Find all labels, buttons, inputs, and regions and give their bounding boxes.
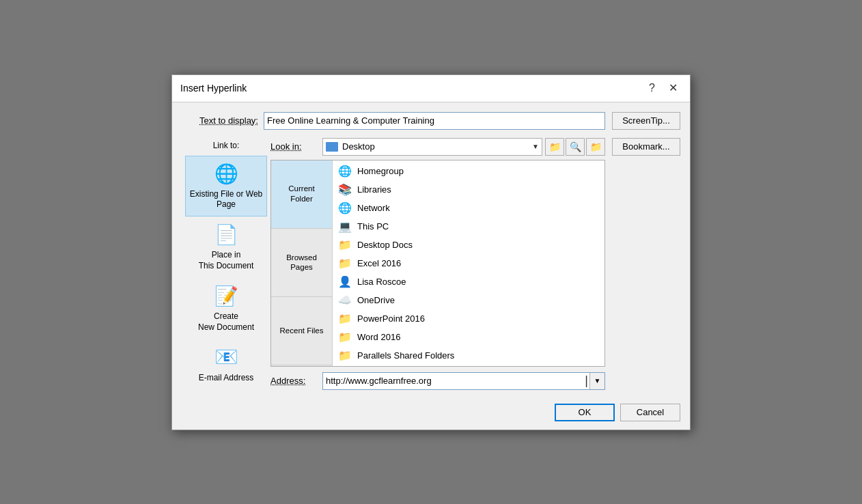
sidebar-item-new-label: Create New Document <box>189 311 264 333</box>
look-in-label: Look in: <box>270 141 318 152</box>
address-input[interactable] <box>323 374 583 387</box>
close-button[interactable]: ✕ <box>665 81 682 95</box>
bottom-buttons: OK Cancel <box>182 397 680 421</box>
file-icon: 📁 <box>338 349 352 362</box>
sidebar-item-new[interactable]: 📝 Create New Document <box>185 278 267 339</box>
desktop-icon <box>326 142 338 152</box>
file-list-item[interactable]: 📁PowerPoint 2016 <box>333 309 604 328</box>
link-to-label: Link to: <box>213 141 240 150</box>
text-display-row: Text to display: ScreenTip... <box>182 112 680 130</box>
sub-sidebar-current-folder[interactable]: CurrentFolder <box>271 160 332 229</box>
dialog-title: Insert Hyperlink <box>180 83 247 94</box>
file-list-item[interactable]: 🌐Homegroup <box>333 162 604 180</box>
file-icon: 💻 <box>338 220 352 233</box>
text-display-input[interactable] <box>264 112 605 130</box>
address-dropdown-button[interactable]: ▼ <box>589 373 604 389</box>
ok-button[interactable]: OK <box>555 404 615 421</box>
look-in-dropdown[interactable]: Desktop ▼ <box>322 138 542 156</box>
title-bar-controls: ? ✕ <box>645 81 682 95</box>
address-label: Address: <box>270 376 318 386</box>
cursor-indicator: | <box>583 374 589 388</box>
file-name: OneDrive <box>357 295 395 305</box>
sub-sidebar: CurrentFolder BrowsedPages Recent Files <box>271 160 333 366</box>
file-list-item[interactable]: 📁Excel 2016 <box>333 254 604 272</box>
bookmark-button[interactable]: Bookmark... <box>612 138 680 156</box>
sub-sidebar-browsed-pages[interactable]: BrowsedPages <box>271 229 332 297</box>
link-to-sidebar: Link to: 🌐 Existing File or Web Page 📄 P… <box>182 138 270 390</box>
look-in-select-inner: Desktop <box>326 141 532 152</box>
file-list: 🌐Homegroup📚Libraries🌐Network💻This PC📁Des… <box>333 160 604 366</box>
file-name: Libraries <box>357 184 391 195</box>
file-icon: 📁 <box>338 312 352 325</box>
screentip-button[interactable]: ScreenTip... <box>612 112 680 130</box>
file-icon: 📁 <box>338 257 352 270</box>
sidebar-item-email-label: E-mail Address <box>199 373 254 384</box>
address-input-wrapper: | ▼ <box>322 372 605 390</box>
file-list-item[interactable]: 📁Desktop Docs <box>333 236 604 254</box>
cancel-button[interactable]: Cancel <box>620 404 680 421</box>
file-icon: 📚 <box>338 183 352 196</box>
sidebar-item-email[interactable]: 📧 E-mail Address <box>185 339 267 389</box>
file-name: Desktop Docs <box>357 240 413 250</box>
look-in-value: Desktop <box>342 141 375 152</box>
sidebar-item-place-label: Place in This Document <box>189 250 264 271</box>
file-list-item[interactable]: 📁Parallels Shared Folders <box>333 346 604 365</box>
file-icon: 🌐 <box>338 201 352 214</box>
file-list-item[interactable]: 📚Libraries <box>333 180 604 199</box>
new-folder-button[interactable]: 📁 <box>586 138 605 156</box>
insert-hyperlink-dialog: Insert Hyperlink ? ✕ Text to display: Sc… <box>171 74 691 430</box>
file-name: Network <box>357 203 390 213</box>
file-list-wrapper: CurrentFolder BrowsedPages Recent Files … <box>270 160 605 367</box>
file-icon: ☁️ <box>338 294 352 307</box>
file-icon: 📁 <box>338 331 352 344</box>
existing-icon: 🌐 <box>214 162 238 186</box>
file-name: PowerPoint 2016 <box>357 313 425 324</box>
right-buttons: Bookmark... <box>605 138 680 390</box>
address-row: Address: | ▼ <box>270 372 605 390</box>
new-icon: 📝 <box>214 284 238 309</box>
file-name: Excel 2016 <box>357 258 401 268</box>
search-web-button[interactable]: 🔍 <box>566 138 585 156</box>
toolbar-buttons: 📁 🔍 📁 <box>545 138 605 156</box>
file-name: Lisa Roscoe <box>357 277 406 287</box>
file-list-item[interactable]: 🌐Network <box>333 199 604 217</box>
file-name: Parallels Shared Folders <box>357 350 454 361</box>
look-in-row: Look in: Desktop ▼ 📁 🔍 📁 <box>270 138 605 156</box>
title-bar: Insert Hyperlink ? ✕ <box>172 75 690 102</box>
file-list-item[interactable]: 👤Lisa Roscoe <box>333 272 604 291</box>
dialog-content: Text to display: ScreenTip... Link to: 🌐… <box>172 102 690 430</box>
main-area: Link to: 🌐 Existing File or Web Page 📄 P… <box>182 138 680 390</box>
place-icon: 📄 <box>214 223 238 247</box>
file-list-item[interactable]: ☁️OneDrive <box>333 291 604 309</box>
sidebar-item-place[interactable]: 📄 Place in This Document <box>185 216 267 278</box>
file-name: Word 2016 <box>357 332 400 342</box>
file-icon: 📁 <box>338 238 352 251</box>
sidebar-item-existing-label: Existing File or Web Page <box>189 189 264 210</box>
file-icon: 🌐 <box>338 165 352 178</box>
folder-up-button[interactable]: 📁 <box>545 138 564 156</box>
file-list-item[interactable]: 📁Word 2016 <box>333 328 604 346</box>
file-icon: 👤 <box>338 275 352 288</box>
look-in-arrow: ▼ <box>532 143 539 150</box>
help-button[interactable]: ? <box>645 81 659 95</box>
sidebar-item-existing[interactable]: 🌐 Existing File or Web Page <box>185 156 267 217</box>
sub-sidebar-recent-files[interactable]: Recent Files <box>271 297 332 365</box>
file-name: This PC <box>357 221 389 232</box>
email-icon: 📧 <box>214 345 238 369</box>
file-list-item[interactable]: 💻This PC <box>333 217 604 236</box>
text-display-label: Text to display: <box>182 115 264 126</box>
center-content: Look in: Desktop ▼ 📁 🔍 📁 <box>270 138 605 390</box>
file-name: Homegroup <box>357 166 404 176</box>
